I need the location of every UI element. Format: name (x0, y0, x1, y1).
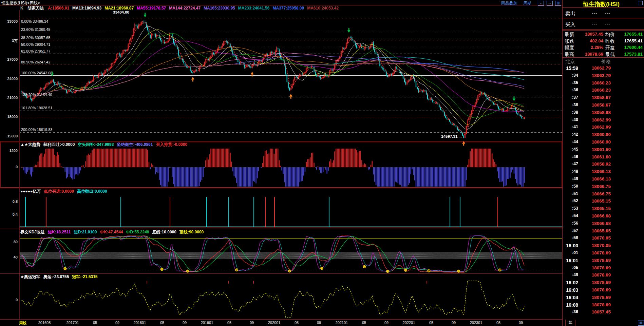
x-tick-label: 202201 (399, 321, 418, 325)
title-bar: 恒生指数(HSI)<周线> (0, 0, 562, 5)
tape-time: :53 (563, 206, 578, 211)
tape-price: 18078.69 (583, 302, 611, 307)
quote-row: 最新18057.45均价17655.41 (563, 31, 644, 38)
tape-price: 18078.69 (583, 250, 611, 255)
tape-row: 16:0418078.69 (563, 295, 644, 302)
tape-price: 18066.13 (583, 176, 611, 181)
ma-legend-item: MA165:23030.95 (204, 6, 235, 11)
quote-label: 幅度 (565, 45, 574, 51)
period-menu-button[interactable]: 周期 (523, 1, 531, 5)
x-tick-label: 202001 (265, 321, 284, 325)
smiley-marker (160, 268, 164, 271)
tape-time: :36 (563, 309, 578, 314)
tape-time: :50 (563, 184, 578, 189)
tape-row: :4518061.60 (563, 147, 644, 154)
tape-price: 18060.23 (583, 88, 611, 93)
indicator-value: 中D:55.2248 (126, 229, 149, 235)
tape-price: 18066.13 (583, 169, 611, 174)
buy-row[interactable]: 买入 --- --- (563, 19, 644, 29)
bottom-right-icon[interactable]: ▤ (638, 321, 644, 326)
panel-y-label: 40 (0, 255, 18, 259)
tape-row: :4218060.90 (563, 132, 644, 139)
tape-price: 18058.67 (583, 95, 611, 100)
tape-row: 16:0818078.69 (563, 302, 644, 310)
tape-price: 18078.69 (583, 258, 611, 263)
fib-label: 200.00% 15619.83 (21, 128, 52, 132)
tape-price: 18062.99 (583, 117, 611, 122)
buy-price: --- (605, 21, 610, 26)
smiley-marker (404, 269, 407, 272)
smiley-marker (498, 268, 501, 271)
tape-row: :5318065.15 (563, 206, 644, 213)
y-axis-label: 3万 (0, 38, 18, 43)
prev-arrow-icon[interactable]: ← (538, 1, 544, 6)
buy-label: 买入 (565, 21, 575, 28)
tape-price: 18060.90 (583, 132, 611, 137)
tape-time: :40 (563, 117, 578, 122)
tape-row: 16:0018070.05 (563, 243, 644, 250)
tape-price: 18066.75 (583, 191, 611, 196)
tape-row: 16:0318078.69 (563, 287, 644, 295)
tile-window-icon[interactable]: ▥ (555, 1, 561, 6)
indicator-value: 中K:47.4544 (100, 229, 123, 235)
tape-row: :5118066.75 (563, 191, 644, 199)
tape-time: :51 (563, 191, 578, 196)
tape-price: 18078.69 (583, 280, 611, 285)
overlay-menu-button[interactable]: 商品叠加 (501, 1, 517, 5)
indicator-value: 奥运:-23.0755 (43, 274, 69, 280)
tape-price: 18066.68 (583, 221, 611, 226)
tab-bi[interactable]: 笔 (565, 320, 575, 326)
ma-legend-item: MA55:19178.57 (137, 6, 166, 11)
main-chart[interactable] (0, 0, 563, 319)
indicator-value: 短K:18.2511 (48, 229, 71, 235)
restore-window-icon[interactable] (638, 1, 643, 5)
panel-title-yi-wan: ●●●●●亿万低位买进:0.0000高位抛出:0.0000 (20, 189, 110, 194)
quote-label: 最新 (565, 32, 574, 38)
indicator-value: 顶线:90.0000 (179, 229, 204, 235)
tape-price: 18065.15 (583, 198, 611, 204)
panel-y-label: 0.4 (0, 212, 18, 216)
x-tick-label: 201901 (197, 321, 216, 325)
sell-qty: --- (592, 10, 598, 16)
tape-price: 18065.65 (583, 228, 611, 233)
smiley-marker (186, 270, 189, 273)
tape-row: :3818058.98 (563, 110, 644, 117)
next-arrow-icon[interactable]: → (547, 1, 553, 6)
x-tick-label: 05 (153, 321, 172, 325)
smiley-marker (363, 265, 366, 268)
tape-time: :37 (563, 95, 578, 100)
tape-price: 18066.68 (583, 213, 611, 218)
quote-value: 2.28% (576, 45, 603, 50)
quote-value: 402.04 (576, 38, 603, 43)
tape-time: :47 (563, 161, 578, 166)
y-axis-label: 18000 (0, 115, 18, 119)
tape-row: :3418062.79 (563, 73, 644, 80)
tape-time: :38 (563, 102, 578, 107)
tape-time: 15:59 (563, 65, 578, 71)
panel-y-label: 80 (0, 240, 18, 244)
smiley-marker (63, 267, 67, 270)
tape-time: :49 (563, 272, 578, 277)
tape-row: :0118078.69 (563, 250, 644, 258)
tape-row: :3618057.45 (563, 309, 644, 317)
quote-row: 涨跌402.04昨收17655.41 (563, 38, 644, 44)
tape-price: 18061.60 (583, 147, 611, 152)
divider (563, 57, 644, 58)
y-axis-label: 15000 (0, 134, 18, 138)
quote-label: 开盘 (605, 45, 615, 51)
tape-time: 16:04 (563, 295, 578, 300)
buy-qty: --- (592, 21, 598, 26)
tape-price: 18060.23 (583, 80, 611, 85)
sell-row[interactable]: 卖出 --- --- (563, 8, 644, 19)
tape-time: :41 (563, 124, 578, 129)
quote-panel: 恒生指数(HSI) 卖出 --- --- 买入 --- --- 最新18057.… (563, 0, 644, 326)
tape-row: 16:0218078.69 (563, 280, 644, 287)
tape-price: 18066.75 (583, 184, 611, 189)
panel-y-label: 0 (0, 298, 18, 302)
tape-row: :3618060.23 (563, 88, 644, 95)
x-tick-label: 09 (175, 321, 194, 325)
panel-title-ao-yun: ★奥运冠军奥运:-23.0755冠军:-21.5315 (20, 274, 101, 280)
y-axis-label: 24000 (0, 77, 18, 81)
indicator-value: ●●●●●亿万 (20, 189, 41, 194)
quote-label: 涨跌 (565, 38, 574, 44)
